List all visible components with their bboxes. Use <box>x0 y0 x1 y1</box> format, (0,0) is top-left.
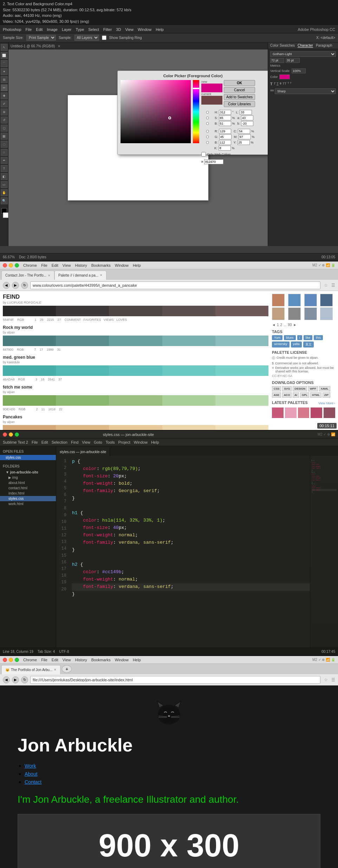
cl-tag-yalta[interactable]: yalta <box>291 342 302 347</box>
magic-wand-tool[interactable]: ✦ <box>1 68 8 75</box>
cl-tag-chinese[interactable]: 直立 <box>303 342 314 347</box>
chrome1-forward-btn[interactable]: ▶ <box>12 282 19 289</box>
chrome2-max-btn[interactable] <box>15 658 19 662</box>
cl-palette-pancakes-bar[interactable] <box>3 425 268 430</box>
ch1-menu-history[interactable]: History <box>75 263 87 267</box>
ps-menu-filter[interactable]: Filter <box>103 27 112 32</box>
portfolio-nav-contact-link[interactable]: Contact <box>25 779 41 785</box>
sublime-menu-view[interactable]: View <box>82 440 90 444</box>
chrome1-max-btn[interactable] <box>15 263 19 267</box>
ps-text-super-icon[interactable]: T <box>287 82 289 86</box>
chrome2-back-btn[interactable]: ◀ <box>3 676 10 683</box>
ch1-menu-chrome[interactable]: Chrome <box>23 263 37 267</box>
cp-input-b[interactable] <box>219 121 231 126</box>
cl-tag-like[interactable]: like <box>304 335 313 340</box>
ps-menu-view[interactable]: View <box>125 27 134 32</box>
chrome2-tab-portfolio-close[interactable]: ✕ <box>54 668 57 671</box>
sublime-file-styles-active[interactable]: styles.css <box>0 496 56 501</box>
chrome2-tab-portfolio[interactable]: 🐱 The Portfolio of Jon Arbu... ✕ <box>1 665 60 674</box>
zoom-tool[interactable]: 🔍 <box>1 197 8 204</box>
cl-dl-zip[interactable]: ZIP <box>323 392 330 398</box>
sublime-menu-selection[interactable]: Selection <box>52 440 67 444</box>
cl-tag-wintersky[interactable]: wintersky <box>272 342 290 347</box>
ch1-menu-edit[interactable]: Edit <box>52 263 58 267</box>
chrome1-refresh-btn[interactable]: ↻ <box>21 282 28 289</box>
hand-tool[interactable]: ✋ <box>1 189 8 196</box>
chrome1-tab-contact[interactable]: Contact Jon - The Portfo... ✕ <box>1 271 54 280</box>
cl-tag-blues[interactable]: blues <box>284 335 296 340</box>
ch2-menu-bookmarks[interactable]: Bookmarks <box>91 658 111 662</box>
sublime-code-content[interactable]: p { color: rgb(89,79,79); font-size: 20p… <box>69 456 310 650</box>
cp-input-b3[interactable] <box>219 140 231 145</box>
cl-dl-wpf[interactable]: WPF <box>308 386 318 391</box>
cl-tag-yum[interactable]: Yum <box>272 335 282 340</box>
cp-radio-g[interactable] <box>201 135 214 138</box>
chrome2-url-bar[interactable]: file:///Users/jennlukas/Desktop/jon-arbu… <box>30 676 320 684</box>
chrome2-min-btn[interactable] <box>9 658 13 662</box>
ps-text-strikethrough-icon[interactable]: T <box>280 82 282 86</box>
sublime-menu-edit[interactable]: Edit <box>41 440 48 444</box>
ps-antialiasing-select[interactable]: Sharp <box>275 88 336 94</box>
sublime-open-file-styles[interactable]: styles.css <box>0 455 56 460</box>
cp-input-s[interactable] <box>219 115 231 120</box>
chrome1-bookmark-star-icon[interactable]: ☆ <box>324 283 328 288</box>
hue-strip[interactable] <box>193 80 199 143</box>
gradient-tool[interactable]: ▦ <box>1 133 8 140</box>
cl-palette-mgb-bar[interactable] <box>3 365 268 376</box>
sample-size-select[interactable]: Print Sample <box>26 35 56 41</box>
ch2-menu-edit[interactable]: Edit <box>52 658 58 662</box>
ps-menu-select[interactable]: Select <box>88 27 99 32</box>
ch2-menu-view[interactable]: View <box>63 658 71 662</box>
cl-palette-rockmyworld-bar[interactable] <box>3 336 268 346</box>
cl-dl-ai[interactable]: AI <box>293 392 299 398</box>
cp-add-to-swatches-button[interactable]: Add to Swatches <box>224 94 255 100</box>
sublime-menu-find[interactable]: Find <box>71 440 78 444</box>
sublime-menu-app[interactable]: Sublime Text 2 <box>3 440 28 444</box>
ps-color-swatch[interactable] <box>279 74 290 79</box>
sublime-folder-root[interactable]: ▼ jon-arbuckle-site <box>0 470 56 475</box>
ch1-menu-help[interactable]: Help <box>133 263 141 267</box>
eyedropper-tool[interactable]: ✏ <box>1 84 8 91</box>
cl-page-80[interactable]: 80 <box>288 323 292 327</box>
ps-text-bold-icon[interactable]: T <box>270 82 273 86</box>
ps-font-size-input[interactable] <box>270 58 284 63</box>
ch2-menu-file[interactable]: File <box>41 658 47 662</box>
document-close-btn[interactable]: ✕ <box>58 44 60 48</box>
history-brush-tool[interactable]: ↺ <box>1 117 8 124</box>
ps-leading-input[interactable] <box>286 58 300 63</box>
cp-input-y[interactable] <box>238 140 250 145</box>
portfolio-nav-work-link[interactable]: Work <box>25 763 36 769</box>
cp-input-g[interactable] <box>219 134 232 139</box>
clone-tool[interactable]: ⊕ <box>1 108 8 115</box>
ps-font-family-select[interactable]: Gotham-Light <box>270 51 336 57</box>
cl-dl-ase[interactable]: ASE <box>272 392 281 398</box>
text-tool[interactable]: T <box>1 165 8 172</box>
path-tool[interactable]: ◧ <box>1 173 8 180</box>
sublime-menu-window[interactable]: Window <box>134 440 148 444</box>
ps-menu-file[interactable]: File <box>26 27 32 32</box>
cl-page-1[interactable]: 1 <box>277 323 279 327</box>
shape-tool[interactable]: ▭ <box>1 181 8 188</box>
chrome2-tools-icon[interactable]: ☰ <box>331 677 335 682</box>
cp-only-web-checkbox[interactable] <box>201 152 206 157</box>
sublime-menu-project[interactable]: Project <box>118 440 130 444</box>
sublime-close-btn[interactable] <box>3 432 7 437</box>
ch2-menu-window[interactable]: Window <box>115 658 129 662</box>
lasso-tool[interactable]: ⌒ <box>1 60 8 67</box>
cp-input-b2[interactable] <box>241 121 253 126</box>
sublime-file-index[interactable]: index.html <box>0 491 56 496</box>
cp-input-h[interactable] <box>219 110 231 115</box>
sublime-menu-tools[interactable]: Tools <box>106 440 115 444</box>
cl-dl-aco[interactable]: ACO <box>282 392 292 398</box>
cp-hex-input[interactable] <box>204 159 223 164</box>
ps-menu-help[interactable]: Help <box>156 27 164 32</box>
cl-page-prev[interactable]: ◄ <box>272 323 275 327</box>
chrome2-close-btn[interactable] <box>3 658 7 662</box>
sublime-file-contact[interactable]: contact.html <box>0 485 56 491</box>
cp-input-k[interactable] <box>219 146 231 151</box>
ps-menu-photoshop[interactable]: Photoshop <box>3 27 21 32</box>
ps-menu-image[interactable]: Image <box>47 27 58 32</box>
sublime-folder-img[interactable]: ▶ img <box>0 475 56 480</box>
sublime-menu-goto[interactable]: Goto <box>94 440 102 444</box>
crop-tool[interactable]: ⊞ <box>1 76 8 83</box>
